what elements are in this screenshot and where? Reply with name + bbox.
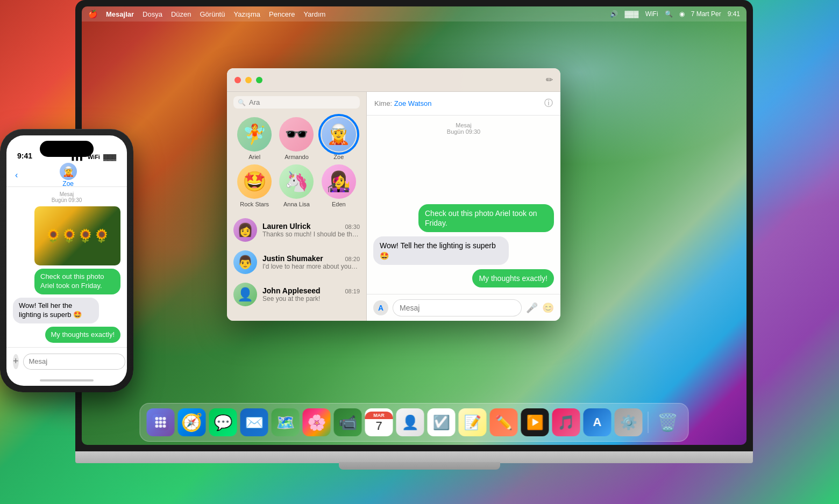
close-button[interactable] — [234, 77, 241, 83]
menubar-pencere[interactable]: Pencere — [269, 10, 295, 18]
iphone-screen: 9:41 ▌▌▌ WiFi ▓▓▓ ‹ 🧝 Zoe — [6, 135, 127, 386]
pinned-rockstars[interactable]: 🤩 Rock Stars — [236, 164, 273, 207]
dock-music[interactable]: 🎵 — [552, 408, 580, 436]
macbook-foot — [339, 462, 500, 470]
conv-justin-header: Justin Shumaker 08:20 — [262, 254, 360, 263]
svg-point-1 — [155, 417, 159, 420]
sidebar-search: 🔍 — [227, 92, 366, 113]
dock-maps[interactable]: 🗺️ — [272, 408, 300, 436]
window-titlebar: ✏ — [227, 68, 560, 92]
iphone-sunflower-photo: 🌻🌻🌻🌻 — [34, 206, 120, 265]
dock-safari[interactable]: 🧭 — [178, 408, 206, 436]
dock-appstore[interactable]: A — [584, 408, 612, 436]
dock-launchpad[interactable] — [147, 408, 175, 436]
dock-freeform[interactable]: ✏️ — [490, 408, 518, 436]
apple-logo-icon[interactable]: 🍎 — [88, 10, 97, 18]
conv-justin[interactable]: 👨 Justin Shumaker 08:20 I'd love to hear… — [227, 246, 366, 278]
dock-reminders[interactable]: ☑️ — [428, 408, 456, 436]
iphone-contact-name[interactable]: Zoe — [62, 180, 74, 188]
messages-chat: Kime: Zoe Watson ⓘ Mesaj Bugün 09:30 — [367, 92, 560, 321]
annalisa-label: Anna Lisa — [283, 201, 310, 207]
conv-justin-info: Justin Shumaker 08:20 I'd love to hear m… — [262, 254, 360, 270]
chat-recipient-label: Kime: Zoe Watson — [374, 99, 431, 107]
dock-messages[interactable]: 💬 — [209, 408, 237, 436]
audio-input-icon[interactable]: 🎤 — [526, 302, 538, 314]
search-menubar-icon[interactable]: 🔍 — [665, 10, 673, 18]
lauren-name: Lauren Ulrick — [262, 222, 310, 231]
dock-appletv[interactable]: ▶️ — [521, 408, 549, 436]
chat-recipient-name: Zoe Watson — [394, 99, 432, 107]
svg-point-4 — [155, 421, 159, 424]
menubar-left: 🍎 Mesajlar Dosya Düzen Görüntü Yazışma P… — [88, 10, 325, 18]
battery-icon: ▓▓▓ — [624, 10, 638, 18]
iphone-message-input[interactable] — [23, 354, 125, 370]
svg-point-2 — [159, 417, 162, 420]
chat-info-button[interactable]: ⓘ — [544, 98, 553, 109]
conv-lauren[interactable]: 👩 Lauren Ulrick 08:30 Thanks so much! I … — [227, 214, 366, 246]
iphone-input-bar: + 🎤 — [6, 347, 127, 375]
search-container[interactable]: 🔍 — [233, 96, 360, 109]
macbook-stand — [75, 451, 753, 463]
john-avatar: 👤 — [233, 283, 257, 306]
minimize-button[interactable] — [245, 77, 252, 83]
window-controls — [234, 77, 262, 83]
window-body: 🔍 🧚 Ariel � — [227, 92, 560, 321]
search-input[interactable] — [249, 98, 355, 106]
lauren-time: 08:30 — [345, 224, 360, 230]
timestamp-label: Mesaj — [456, 122, 471, 128]
siri-icon[interactable]: ◉ — [679, 10, 685, 18]
svg-point-9 — [163, 424, 166, 428]
wifi-icon[interactable]: WiFi — [645, 10, 658, 18]
message-input[interactable] — [393, 299, 522, 316]
menubar-yazisma[interactable]: Yazışma — [233, 10, 260, 18]
menubar-app-name[interactable]: Mesajlar — [106, 10, 134, 18]
pinned-annalisa[interactable]: 🦄 Anna Lisa — [278, 164, 315, 207]
dock-trash[interactable]: 🗑️ — [654, 408, 682, 436]
dock-contacts[interactable]: 👤 — [396, 408, 424, 436]
volume-icon[interactable]: 🔊 — [610, 10, 618, 18]
lauren-avatar: 👩 — [233, 218, 257, 242]
john-name: John Appleseed — [262, 286, 321, 295]
iphone-msg-outgoing-1: Check out this photo Ariel took on Frida… — [34, 269, 120, 294]
menubar-yardim[interactable]: Yardım — [304, 10, 326, 18]
dock-facetime[interactable]: 📹 — [334, 408, 362, 436]
menubar-duzen[interactable]: Düzen — [171, 10, 191, 18]
iphone-contact-avatar[interactable]: 🧝 — [60, 163, 77, 180]
zoe-label: Zoe — [333, 154, 344, 160]
macos-menubar: 🍎 Mesajlar Dosya Düzen Görüntü Yazışma P… — [82, 6, 746, 21]
dock-mail[interactable]: ✉️ — [240, 408, 268, 436]
calendar-month-label: MAR — [365, 412, 393, 419]
pinned-ariel[interactable]: 🧚 Ariel — [236, 117, 273, 160]
annalisa-avatar: 🦄 — [279, 164, 314, 199]
iphone-messages: Mesaj Bugün 09:30 🌻🌻🌻🌻 Check out this ph… — [6, 187, 127, 347]
menubar-right: 🔊 ▓▓▓ WiFi 🔍 ◉ 7 Mart Per 9:41 — [610, 10, 740, 18]
search-icon: 🔍 — [238, 99, 246, 106]
macbook-frame: 🍎 Mesajlar Dosya Düzen Görüntü Yazışma P… — [75, 0, 764, 504]
message-outgoing-1: Check out this photo Ariel took on Frida… — [418, 204, 554, 232]
compose-button[interactable]: ✏ — [546, 75, 553, 85]
chat-header: Kime: Zoe Watson ⓘ — [367, 92, 560, 116]
emoji-button[interactable]: 😊 — [542, 302, 554, 314]
conv-john-header: John Appleseed 08:19 — [262, 286, 360, 295]
iphone-navbar: ‹ 🧝 Zoe — [6, 163, 127, 187]
iphone-add-button[interactable]: + — [13, 354, 19, 369]
conv-lauren-header: Lauren Ulrick 08:30 — [262, 222, 360, 231]
dock-calendar[interactable]: MAR 7 — [365, 408, 393, 436]
pinned-eden[interactable]: 👩‍🎤 Eden — [320, 164, 358, 207]
apps-button[interactable]: A — [373, 300, 388, 315]
pinned-armando[interactable]: 🕶️ Armando — [278, 117, 315, 160]
svg-point-3 — [163, 417, 166, 420]
conv-john[interactable]: 👤 John Appleseed 08:19 See you at the pa… — [227, 278, 366, 311]
menubar-dosya[interactable]: Dosya — [143, 10, 162, 18]
message-incoming-1: Wow! Tell her the lighting is superb 🤩 — [373, 236, 509, 264]
menubar-goruntu[interactable]: Görüntü — [200, 10, 225, 18]
dock-photos[interactable]: 🌸 — [303, 408, 331, 436]
maximize-button[interactable] — [256, 77, 262, 83]
message-timestamp: Mesaj Bugün 09:30 — [373, 122, 554, 135]
pinned-zoe[interactable]: 🧝 Zoe — [320, 117, 358, 160]
dock-notes[interactable]: 📝 — [459, 408, 487, 436]
dock-settings[interactable]: ⚙️ — [615, 408, 643, 436]
chat-messages: Mesaj Bugün 09:30 Check out this photo A… — [367, 116, 560, 294]
armando-avatar: 🕶️ — [279, 117, 314, 152]
calendar-day-label: 7 — [375, 419, 382, 433]
